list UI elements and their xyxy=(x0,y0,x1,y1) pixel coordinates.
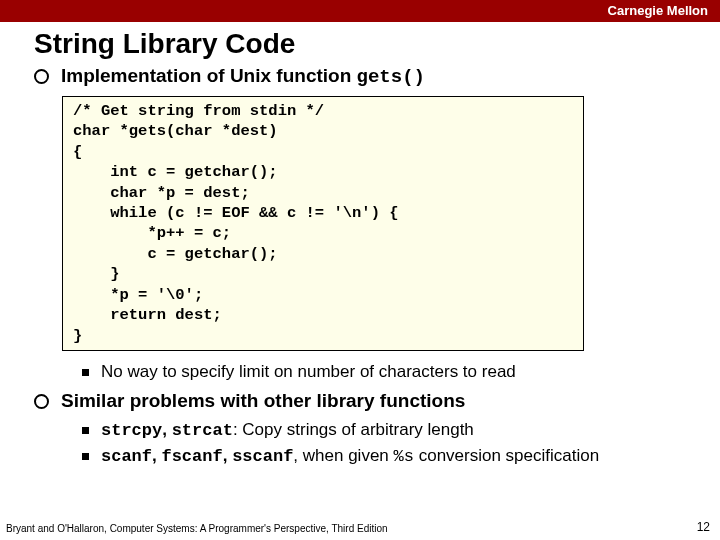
code-strcat: strcat xyxy=(172,421,233,440)
bullet-2-text: Similar problems with other library func… xyxy=(61,389,465,413)
bullet-circle-icon xyxy=(34,69,49,84)
slide-title: String Library Code xyxy=(0,22,720,64)
page-number: 12 xyxy=(697,520,710,534)
sub-bullet-2-text: strcpy, strcat: Copy strings of arbitrar… xyxy=(101,419,474,442)
bullet-square-icon xyxy=(82,453,89,460)
sub-3-tail: conversion specification xyxy=(414,446,599,465)
bullet-1: Implementation of Unix function gets() xyxy=(34,64,698,90)
code-fscanf: fscanf xyxy=(161,447,222,466)
sub-bullet-3: scanf, fscanf, sscanf, when given %s con… xyxy=(82,445,698,468)
footer-citation: Bryant and O'Hallaron, Computer Systems:… xyxy=(6,523,388,534)
bullet-square-icon xyxy=(82,369,89,376)
bullet-1-code: gets() xyxy=(357,66,425,88)
bullet-1-text: Implementation of Unix function gets() xyxy=(61,64,425,90)
slide-content: Implementation of Unix function gets() /… xyxy=(0,64,720,468)
bullet-square-icon xyxy=(82,427,89,434)
code-scanf: scanf xyxy=(101,447,152,466)
sub-bullet-1: No way to specify limit on number of cha… xyxy=(82,361,698,383)
bullet-2: Similar problems with other library func… xyxy=(34,389,698,413)
sub-bullet-1-text: No way to specify limit on number of cha… xyxy=(101,361,516,383)
bullet-1-prefix: Implementation of Unix function xyxy=(61,65,357,86)
brand-bar: Carnegie Mellon xyxy=(0,0,720,22)
code-pcts: %s xyxy=(394,447,414,466)
code-strcpy: strcpy xyxy=(101,421,162,440)
sub-2-tail: : Copy strings of arbitrary length xyxy=(233,420,474,439)
code-sscanf: sscanf xyxy=(232,447,293,466)
code-block: /* Get string from stdin */ char *gets(c… xyxy=(62,96,584,351)
sub-bullet-2: strcpy, strcat: Copy strings of arbitrar… xyxy=(82,419,698,442)
sub-3-mid: , when given xyxy=(293,446,393,465)
bullet-circle-icon xyxy=(34,394,49,409)
brand-text: Carnegie Mellon xyxy=(608,3,708,18)
sub-bullet-3-text: scanf, fscanf, sscanf, when given %s con… xyxy=(101,445,599,468)
